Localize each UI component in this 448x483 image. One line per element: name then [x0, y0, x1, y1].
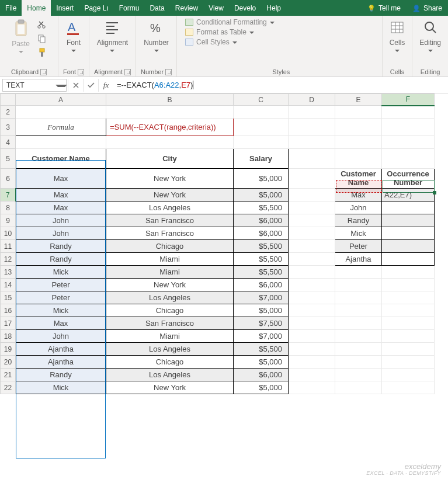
cell-F18[interactable] [382, 330, 435, 343]
cell-A22[interactable]: Mick [16, 381, 106, 394]
cell-B11[interactable]: Chicago [106, 240, 234, 253]
cell-D7[interactable] [289, 189, 335, 201]
cell-F12[interactable] [382, 253, 435, 266]
dialog-launcher-icon[interactable] [165, 69, 172, 75]
formula-input[interactable]: =--EXACT(A6:A22,E7) [113, 81, 448, 89]
cell-A14[interactable]: Peter [16, 279, 106, 291]
row-header-2[interactable]: 2 [1, 106, 16, 119]
cell-E10[interactable]: Mick [335, 227, 382, 240]
col-E[interactable]: E [335, 94, 382, 106]
cell-B19[interactable]: Los Angeles [106, 343, 234, 356]
cell-C17[interactable]: $7,500 [234, 317, 289, 330]
cell-D16[interactable] [289, 304, 335, 317]
cell-F15[interactable] [382, 291, 435, 304]
cell-A20[interactable]: Ajantha [16, 356, 106, 369]
tab-developer[interactable]: Develo [229, 0, 261, 16]
cell-C10[interactable]: $6,000 [234, 227, 289, 240]
cell-A8[interactable]: Max [16, 201, 106, 214]
cell-B17[interactable]: San Francisco [106, 317, 234, 330]
cell-A6[interactable]: Max [16, 169, 106, 189]
cell-F20[interactable] [382, 356, 435, 369]
tab-data[interactable]: Data [144, 0, 169, 16]
cell-A7[interactable]: Max [16, 189, 106, 201]
cell-F19[interactable] [382, 343, 435, 356]
cell-D11[interactable] [289, 240, 335, 253]
cell-E17[interactable] [335, 317, 382, 330]
enter-button[interactable] [83, 79, 98, 92]
cell-F22[interactable] [382, 381, 435, 394]
worksheet-grid[interactable]: A B C D E F 23Formula=SUM(--EXACT(range,… [0, 93, 448, 482]
cell-B12[interactable]: Miami [106, 253, 234, 266]
cell-D20[interactable] [289, 356, 335, 369]
cell-D14[interactable] [289, 279, 335, 291]
col-B[interactable]: B [106, 94, 234, 106]
cell-F5[interactable] [382, 149, 435, 169]
alignment-group-button[interactable]: Alignment [95, 18, 130, 53]
cell-F6[interactable]: OccurrenceNumber [382, 169, 435, 189]
cell-B14[interactable]: New York [106, 279, 234, 291]
cell-B21[interactable]: Los Angeles [106, 369, 234, 381]
cell-B20[interactable]: Chicago [106, 356, 234, 369]
row-header-4[interactable]: 4 [1, 136, 16, 149]
fill-handle[interactable] [433, 191, 436, 194]
row-header-7[interactable]: 7 [1, 189, 16, 201]
row-header-21[interactable]: 21 [1, 369, 16, 381]
row-header-13[interactable]: 13 [1, 266, 16, 279]
cell-C13[interactable]: $5,500 [234, 266, 289, 279]
cell-C16[interactable]: $5,000 [234, 304, 289, 317]
cell-E15[interactable] [335, 291, 382, 304]
cell-C3[interactable] [234, 119, 289, 136]
cell-B8[interactable]: Los Angeles [106, 201, 234, 214]
cell-A18[interactable]: John [16, 330, 106, 343]
cell-E3[interactable] [335, 119, 382, 136]
number-group-button[interactable]: % Number [141, 18, 171, 53]
row-header-22[interactable]: 22 [1, 381, 16, 394]
cell-C11[interactable]: $5,500 [234, 240, 289, 253]
col-A[interactable]: A [16, 94, 106, 106]
cell-C4[interactable] [234, 136, 289, 149]
cell-F13[interactable] [382, 266, 435, 279]
cell-B15[interactable]: Los Angeles [106, 291, 234, 304]
paste-button[interactable]: Paste [9, 18, 32, 54]
cell-E19[interactable] [335, 343, 382, 356]
tab-insert[interactable]: Insert [51, 0, 79, 16]
row-header-17[interactable]: 17 [1, 317, 16, 330]
cell-D19[interactable] [289, 343, 335, 356]
cell-F14[interactable] [382, 279, 435, 291]
row-header-5[interactable]: 5 [1, 149, 16, 169]
cell-D18[interactable] [289, 330, 335, 343]
cell-D4[interactable] [289, 136, 335, 149]
cell-B22[interactable]: New York [106, 381, 234, 394]
format-painter-button[interactable] [36, 46, 48, 59]
cell-C5[interactable]: Salary [234, 149, 289, 169]
cell-C18[interactable]: $7,000 [234, 330, 289, 343]
row-header-14[interactable]: 14 [1, 279, 16, 291]
cell-E21[interactable] [335, 369, 382, 381]
conditional-formatting-button[interactable]: Conditional Formatting [185, 18, 275, 26]
row-header-3[interactable]: 3 [1, 119, 16, 136]
cell-E14[interactable] [335, 279, 382, 291]
cell-B9[interactable]: San Francisco [106, 214, 234, 227]
cell-A19[interactable]: Ajantha [16, 343, 106, 356]
row-header-20[interactable]: 20 [1, 356, 16, 369]
cell-A13[interactable]: Mick [16, 266, 106, 279]
cell-D6[interactable] [289, 169, 335, 189]
cell-F10[interactable] [382, 227, 435, 240]
dialog-launcher-icon[interactable] [78, 69, 84, 75]
cell-E6[interactable]: CustomerName [335, 169, 382, 189]
cell-B6[interactable]: New York [106, 169, 234, 189]
row-header-11[interactable]: 11 [1, 240, 16, 253]
cell-F16[interactable] [382, 304, 435, 317]
cell-D17[interactable] [289, 317, 335, 330]
cell-D15[interactable] [289, 291, 335, 304]
cell-F17[interactable] [382, 317, 435, 330]
cell-B7[interactable]: New York [106, 189, 234, 201]
cell-D9[interactable] [289, 214, 335, 227]
cell-A9[interactable]: John [16, 214, 106, 227]
cell-A10[interactable]: John [16, 227, 106, 240]
share-button[interactable]: Share [407, 0, 448, 16]
cell-C7[interactable]: $5,000 [234, 189, 289, 201]
cell-F8[interactable] [382, 201, 435, 214]
row-header-8[interactable]: 8 [1, 201, 16, 214]
tab-review[interactable]: Review [170, 0, 203, 16]
